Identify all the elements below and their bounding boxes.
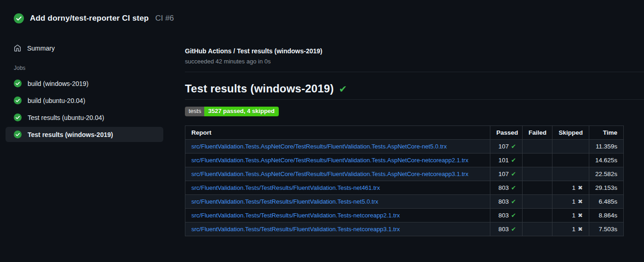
job-success-icon: [14, 114, 22, 121]
report-link[interactable]: src/FluentValidation.Tests.AspNetCore/Te…: [191, 171, 468, 177]
skipped-cell: 1✖: [552, 181, 589, 195]
report-cell: src/FluentValidation.Tests.AspNetCore/Te…: [185, 140, 490, 154]
time-cell: 8.864s: [589, 209, 624, 222]
failed-cell: [523, 195, 552, 209]
run-title: Add dorny/test-reporter CI step: [30, 14, 149, 23]
time-cell: 29.153s: [589, 181, 624, 195]
sidebar-summary-label: Summary: [27, 45, 55, 52]
job-item-label: Test results (windows-2019): [28, 131, 113, 138]
report-link[interactable]: src/FluentValidation.Tests.AspNetCore/Te…: [191, 143, 447, 150]
run-number: CI #6: [155, 14, 174, 23]
skipped-cell: [552, 154, 589, 167]
report-link[interactable]: src/FluentValidation.Tests/TestResults/F…: [191, 184, 380, 191]
jobs-list: build (windows-2019)build (ubuntu-20.04)…: [6, 76, 185, 142]
failed-cell: [523, 222, 552, 236]
passed-cell-value: 803: [499, 226, 509, 233]
passed-cell-value: 803: [499, 212, 509, 219]
page-layout: Summary Jobs build (windows-2019)build (…: [0, 42, 644, 236]
failed-cell: [523, 209, 552, 222]
passed-cell: 803✔: [490, 195, 523, 209]
time-cell: 7.503s: [589, 222, 624, 236]
col-header-time: Time: [589, 126, 624, 140]
report-cell: src/FluentValidation.Tests/TestResults/F…: [185, 209, 490, 222]
skip-x-icon: ✖: [578, 184, 583, 191]
failed-cell: [523, 140, 552, 154]
report-link[interactable]: src/FluentValidation.Tests/TestResults/F…: [191, 226, 400, 233]
table-row: src/FluentValidation.Tests.AspNetCore/Te…: [185, 167, 624, 181]
check-run-status: succeeded 42 minutes ago in 0s: [185, 58, 644, 65]
table-body: src/FluentValidation.Tests.AspNetCore/Te…: [185, 140, 624, 236]
job-success-icon: [14, 131, 22, 138]
passed-cell-value: 803: [499, 198, 509, 205]
sidebar-job-item-0[interactable]: build (windows-2019): [6, 76, 163, 91]
skipped-cell-value: 1: [572, 226, 576, 233]
job-success-icon: [14, 80, 22, 87]
skip-x-icon: ✖: [578, 198, 583, 205]
report-link[interactable]: src/FluentValidation.Tests/TestResults/F…: [191, 212, 400, 219]
report-cell: src/FluentValidation.Tests/TestResults/F…: [185, 222, 490, 236]
passed-cell-value: 107: [499, 143, 509, 150]
pass-check-icon: ✔: [511, 184, 516, 191]
table-row: src/FluentValidation.Tests/TestResults/F…: [185, 195, 624, 209]
pass-check-icon: ✔: [511, 198, 516, 205]
report-link[interactable]: src/FluentValidation.Tests.AspNetCore/Te…: [191, 157, 468, 164]
jobs-section-label: Jobs: [6, 65, 185, 71]
header-divider: [185, 72, 644, 72]
failed-cell: [523, 154, 552, 167]
passed-cell: 107✔: [490, 167, 523, 181]
passed-cell-value: 101: [499, 157, 509, 164]
col-header-report: Report: [185, 126, 490, 140]
tests-badge: tests 3527 passed, 4 skipped: [185, 107, 279, 116]
passed-cell-value: 803: [499, 184, 509, 191]
pass-check-icon: ✔: [511, 157, 516, 164]
passed-cell: 803✔: [490, 222, 523, 236]
pass-check-icon: ✔: [511, 171, 516, 177]
pass-check-icon: ✔: [511, 226, 516, 233]
skipped-cell: [552, 167, 589, 181]
skipped-cell: [552, 140, 589, 154]
sidebar-job-item-2[interactable]: Test results (ubuntu-20.04): [6, 110, 163, 125]
main-content: GitHub Actions / Test results (windows-2…: [185, 42, 644, 236]
test-results-table: Report Passed Failed Skipped Time src/Fl…: [185, 125, 624, 236]
report-cell: src/FluentValidation.Tests/TestResults/F…: [185, 181, 490, 195]
home-icon: [14, 45, 21, 52]
sidebar: Summary Jobs build (windows-2019)build (…: [0, 42, 185, 144]
col-header-passed: Passed: [490, 126, 523, 140]
check-run-title: GitHub Actions / Test results (windows-2…: [185, 47, 644, 55]
time-cell: 6.485s: [589, 195, 624, 209]
tests-badge-label: tests: [185, 107, 204, 116]
report-cell: src/FluentValidation.Tests/TestResults/F…: [185, 195, 490, 209]
skipped-cell: 1✖: [552, 195, 589, 209]
skipped-cell-value: 1: [572, 184, 576, 191]
passed-cell: 803✔: [490, 181, 523, 195]
tests-badge-value: 3527 passed, 4 skipped: [204, 107, 279, 116]
table-header-row: Report Passed Failed Skipped Time: [185, 126, 624, 140]
table-row: src/FluentValidation.Tests.AspNetCore/Te…: [185, 154, 624, 167]
skip-x-icon: ✖: [578, 212, 583, 219]
success-check-circle-icon: [14, 13, 24, 23]
time-cell: 14.625s: [589, 154, 624, 167]
table-row: src/FluentValidation.Tests.AspNetCore/Te…: [185, 140, 624, 154]
report-cell: src/FluentValidation.Tests.AspNetCore/Te…: [185, 167, 490, 181]
sidebar-job-item-1[interactable]: build (ubuntu-20.04): [6, 93, 163, 108]
time-cell: 11.359s: [589, 140, 624, 154]
failed-cell: [523, 167, 552, 181]
report-heading: Test results (windows-2019) ✔: [185, 82, 644, 100]
passed-cell: 803✔: [490, 209, 523, 222]
sidebar-item-summary[interactable]: Summary: [6, 42, 163, 55]
report-heading-text: Test results (windows-2019): [185, 82, 334, 95]
table-row: src/FluentValidation.Tests/TestResults/F…: [185, 222, 624, 236]
col-header-failed: Failed: [523, 126, 552, 140]
passed-cell: 107✔: [490, 140, 523, 154]
skipped-cell: 1✖: [552, 222, 589, 236]
heading-success-check-icon: ✔: [339, 84, 347, 94]
passed-cell: 101✔: [490, 154, 523, 167]
col-header-skipped: Skipped: [552, 126, 589, 140]
pass-check-icon: ✔: [511, 143, 516, 150]
skipped-cell-value: 1: [572, 212, 576, 219]
run-header: Add dorny/test-reporter CI step CI #6: [0, 0, 644, 23]
sidebar-job-item-3[interactable]: Test results (windows-2019): [6, 127, 163, 142]
report-cell: src/FluentValidation.Tests.AspNetCore/Te…: [185, 154, 490, 167]
job-item-label: Test results (ubuntu-20.04): [28, 114, 104, 121]
report-link[interactable]: src/FluentValidation.Tests/TestResults/F…: [191, 198, 378, 205]
